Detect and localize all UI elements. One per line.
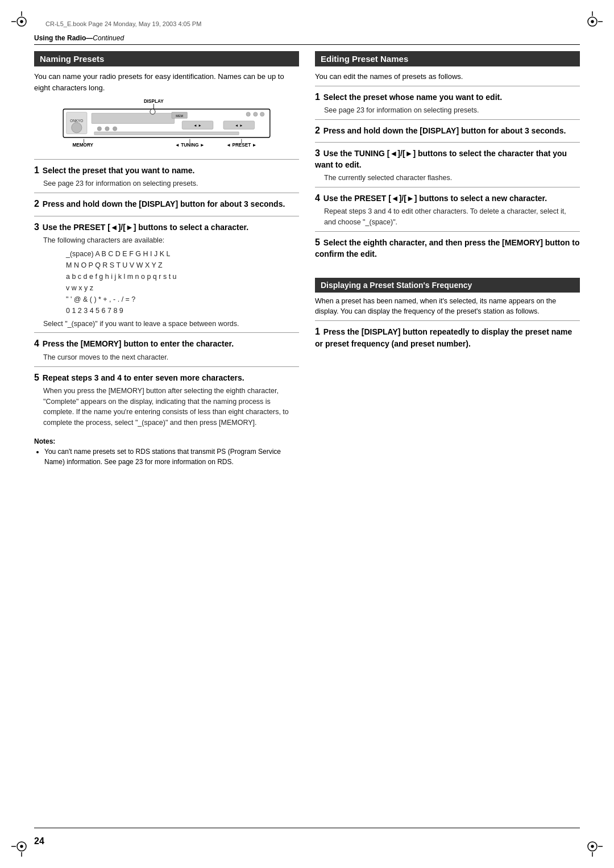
display-step-1: 1 Press the [DISPLAY] button repeatedly … (315, 320, 580, 354)
edit-step-3-header: 3 Use the TUNING [◄]/[►] buttons to sele… (315, 147, 580, 171)
editing-preset-intro: You can edit the names of presets as fol… (315, 71, 580, 82)
right-column: Editing Preset Names You can edit the na… (315, 51, 580, 823)
left-column: Naming Presets You can name your radio p… (34, 51, 299, 823)
svg-point-34 (254, 112, 258, 116)
page-header: Using the Radio—Continued (34, 34, 580, 45)
step-3-naming-header: 3 Use the PRESET [◄]/[►] buttons to sele… (34, 221, 299, 233)
edit-step-5: 5 Select the eighth character, and then … (315, 231, 580, 265)
svg-rect-21 (92, 113, 174, 123)
svg-rect-36 (94, 132, 239, 135)
edit-step-1-body: See page 23 for information on selecting… (315, 105, 580, 116)
corner-mark-tr (581, 10, 604, 33)
edit-step-2-header: 2 Press and hold down the [DISPLAY] butt… (315, 124, 580, 137)
char-list: _(space) A B C D E F G H I J K L M N O P… (66, 248, 299, 316)
svg-point-11 (20, 845, 23, 848)
edit-step-5-header: 5 Select the eighth character, and then … (315, 236, 580, 260)
displaying-preset-title: Displaying a Preset Station's Frequency (315, 278, 580, 293)
notes-item-1: You can't name presets set to RDS statio… (44, 446, 299, 467)
notes-title: Notes: (34, 437, 55, 445)
edit-step-1-header: 1 Select the preset whose name you want … (315, 91, 580, 103)
svg-point-24 (97, 127, 101, 131)
display-step-1-header: 1 Press the [DISPLAY] button repeatedly … (315, 326, 580, 349)
displaying-preset-section: Displaying a Preset Station's Frequency … (315, 272, 580, 354)
displaying-preset-intro: When a preset has been named, when it's … (315, 296, 580, 318)
svg-point-23 (72, 123, 82, 133)
step-1-naming-header: 1 Select the preset that you want to nam… (34, 164, 299, 177)
step-5-naming-body: When you press the [MEMORY] button after… (34, 386, 299, 428)
page-header-text: Using the Radio—Continued (34, 34, 124, 42)
svg-text:MEMORY: MEMORY (73, 143, 94, 148)
notes-list: You can't name presets set to RDS statio… (44, 446, 299, 467)
step-5-naming-header: 5 Repeat steps 3 and 4 to enter seven mo… (34, 372, 299, 384)
svg-point-26 (113, 127, 117, 131)
svg-text:◄ TUNING ►: ◄ TUNING ► (175, 143, 205, 148)
corner-mark-bl (10, 835, 33, 858)
edit-step-1: 1 Select the preset whose name you want … (315, 86, 580, 119)
svg-point-35 (260, 112, 264, 116)
svg-point-33 (246, 112, 250, 116)
file-info: CR-L5_E.book Page 24 Monday, May 19, 200… (45, 20, 201, 27)
svg-point-15 (591, 845, 594, 848)
step-1-naming: 1 Select the preset that you want to nam… (34, 159, 299, 193)
editing-preset-names-section: Editing Preset Names You can edit the na… (315, 51, 580, 265)
notes-section: Notes: You can't name presets set to RDS… (34, 436, 299, 467)
step-3-naming: 3 Use the PRESET [◄]/[►] buttons to sele… (34, 216, 299, 333)
corner-mark-tl (10, 10, 33, 33)
editing-steps: 1 Select the preset whose name you want … (315, 86, 580, 265)
svg-text:◄ ►: ◄ ► (193, 123, 201, 127)
svg-point-25 (105, 127, 109, 131)
bottom-rule (34, 828, 580, 828)
svg-text:◄ PRESET ►: ◄ PRESET ► (226, 143, 256, 148)
main-content: Naming Presets You can name your radio p… (34, 51, 580, 823)
step-1-naming-body: See page 23 for information on selecting… (34, 178, 299, 189)
step-4-naming-body: The cursor moves to the next character. (34, 352, 299, 363)
edit-step-4: 4 Use the PRESET [◄]/[►] buttons to sele… (315, 187, 580, 231)
edit-step-3: 3 Use the TUNING [◄]/[►] buttons to sele… (315, 142, 580, 187)
step-2-naming: 2 Press and hold down the [DISPLAY] butt… (34, 193, 299, 215)
step-5-naming: 5 Repeat steps 3 and 4 to enter seven mo… (34, 366, 299, 432)
naming-presets-section: Naming Presets You can name your radio p… (34, 51, 299, 467)
naming-presets-title: Naming Presets (34, 51, 299, 66)
page-number: 24 (34, 836, 44, 846)
displaying-steps: 1 Press the [DISPLAY] button repeatedly … (315, 320, 580, 354)
step-4-naming: 4 Press the [MEMORY] button to enter the… (34, 332, 299, 366)
naming-presets-steps: 1 Select the preset that you want to nam… (34, 159, 299, 432)
edit-step-4-header: 4 Use the PRESET [◄]/[►] buttons to sele… (315, 192, 580, 205)
svg-point-7 (591, 20, 594, 23)
device-diagram: DISPLAY ONKYO (34, 98, 299, 155)
naming-presets-intro: You can name your radio presets for easy… (34, 71, 299, 93)
svg-point-3 (20, 20, 23, 23)
editing-preset-title: Editing Preset Names (315, 51, 580, 66)
svg-text:DISPLAY: DISPLAY (144, 99, 164, 104)
svg-text:ONKYO: ONKYO (70, 119, 83, 123)
edit-step-3-body: The currently selected character flashes… (315, 173, 580, 183)
step-4-naming-header: 4 Press the [MEMORY] button to enter the… (34, 337, 299, 350)
svg-text:MEM: MEM (176, 114, 183, 118)
svg-point-22 (150, 109, 155, 114)
step-3-naming-body: The following characters are available: … (34, 235, 299, 329)
svg-text:◄ ►: ◄ ► (235, 123, 243, 127)
corner-mark-br (581, 835, 604, 858)
step-2-naming-header: 2 Press and hold down the [DISPLAY] butt… (34, 198, 299, 210)
edit-step-2: 2 Press and hold down the [DISPLAY] butt… (315, 119, 580, 142)
edit-step-4-body: Repeat steps 3 and 4 to edit other chara… (315, 206, 580, 228)
